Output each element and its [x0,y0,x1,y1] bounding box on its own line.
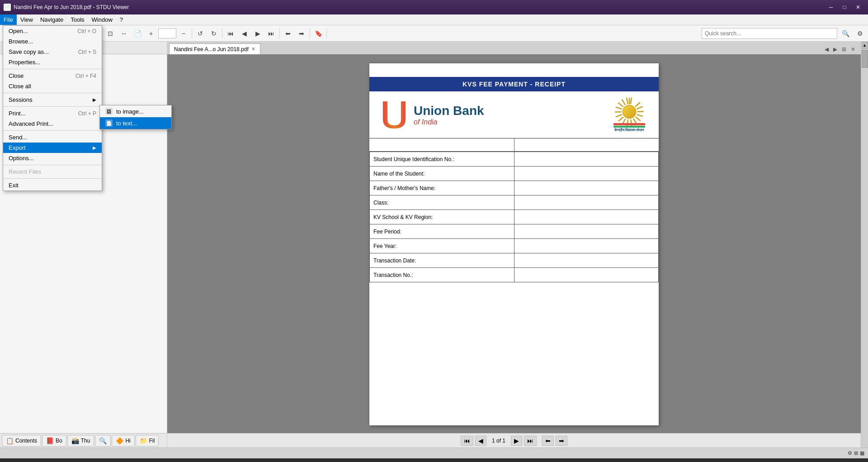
quick-search-input[interactable] [702,28,837,39]
content-tab-close[interactable]: ✕ [251,46,255,52]
tab-next-btn[interactable]: ▶ [831,45,839,53]
status-settings-icon[interactable]: ⚙ [848,450,852,456]
nav-first-btn[interactable]: ⏮ [461,436,473,446]
menu-sep-4 [3,130,102,131]
fil-icon: 📁 [140,437,147,444]
menu-export[interactable]: Export ▶ [3,143,102,153]
navigation-bar: ⏮ ◀ 1 of 1 ▶ ⏭ ⬅ ➡ [167,433,861,448]
nav-prev-btn[interactable]: ◀ [475,436,486,446]
hi-icon: 🔶 [116,437,123,444]
tab-grid-btn[interactable]: ⊞ [840,45,848,53]
tab-bo[interactable]: 📕 Bo [42,435,66,447]
menu-navigate[interactable]: Navigate [37,14,67,25]
svg-line-10 [619,116,623,122]
tab-controls: ◀ ▶ ⊞ ✕ [823,45,859,54]
menu-send[interactable]: Send... [3,132,102,143]
kvs-logo: केन्द्रीय विद्यालय संगठन [609,96,650,133]
svg-rect-20 [613,126,645,128]
maximize-button[interactable]: □ [838,3,851,12]
last-page-btn[interactable]: ⏭ [265,27,278,40]
tab-prev-btn[interactable]: ◀ [823,45,830,53]
tab-fil[interactable]: 📁 Fil [136,435,159,447]
menu-open[interactable]: Open... Ctrl + O [3,26,102,36]
minimize-button[interactable]: ─ [825,3,837,12]
bank-name: Union Bank [414,104,484,118]
tab-bo-label: Bo [56,438,62,444]
menu-file[interactable]: File [0,14,17,25]
pdf-empty-row [369,138,659,152]
menu-advanced-print[interactable]: Advanced Print... [3,119,102,129]
prev-page-btn[interactable]: ◀ [238,27,250,40]
close-button[interactable]: ✕ [852,3,864,12]
menu-sessions[interactable]: Sessions ▶ [3,95,102,105]
svg-line-4 [637,114,642,117]
first-page-btn[interactable]: ⏮ [224,27,237,40]
menu-close-all[interactable]: Close all [3,81,102,91]
zoom-page-btn[interactable]: 📄 [131,27,144,40]
table-label: KV School & KV Region: [370,210,514,224]
status-bar: ⚙ ⊞ ▦ [0,448,868,458]
quick-search-options-btn[interactable]: ⚙ [854,27,866,40]
tab-contents[interactable]: 📋 Contents [2,435,41,447]
zoom-minus-btn[interactable]: − [177,27,190,40]
forward-btn[interactable]: ➡ [295,27,308,40]
svg-line-13 [616,106,622,110]
status-grid-icon[interactable]: ⊞ [854,450,858,456]
back-btn[interactable]: ⬅ [282,27,294,40]
pdf-logo-row: Union Bank of India [369,91,659,138]
union-bank-logo: Union Bank of India [378,99,484,131]
table-row: KV School & KV Region: [370,210,659,224]
table-row: Name of the Student: [370,167,659,181]
table-value [514,195,659,210]
table-row: Father's / Mother's Name: [370,181,659,195]
next-page-btn[interactable]: ▶ [251,27,264,40]
nav-last-btn[interactable]: ⏭ [524,436,537,446]
nav-back-btn[interactable]: ⬅ [542,436,554,446]
rotate-left-btn[interactable]: ↺ [194,27,207,40]
menu-view[interactable]: View [17,14,37,25]
menu-tools[interactable]: Tools [67,14,88,25]
rotate-right-btn[interactable]: ↻ [208,27,220,40]
table-row: Student Unique Identification No.: [370,152,659,167]
table-label: Name of the Student: [370,167,514,181]
doc-view[interactable]: KVS FEE PAYMENT - RECEIPT [167,54,861,433]
menu-options[interactable]: Options... [3,153,102,163]
zoom-input[interactable]: 1:1 [158,29,176,38]
tab-search[interactable]: 🔍 [95,435,111,447]
nav-next-btn[interactable]: ▶ [511,436,522,446]
table-row: Transaction No.: [370,268,659,282]
content-tab-main[interactable]: Nandini Fee A...o Jun 2018.pdf ✕ [169,43,260,54]
menu-browse[interactable]: Browse... [3,36,102,47]
menu-properties[interactable]: Properties... [3,57,102,67]
export-to-image[interactable]: 🖼 to image... [100,105,171,117]
zoom-width-btn[interactable]: ↔ [118,27,130,40]
tab-thu[interactable]: 📸 Thu [67,435,94,447]
table-value [514,152,659,167]
file-menu: Open... Ctrl + O Browse... Save copy as.… [3,25,102,191]
svg-rect-19 [613,123,645,125]
toolbar: 📂 🗄 🔍 ⊡ ↔ 📄 + 1:1 − ↺ ↻ ⏮ ◀ ▶ ⏭ ⬅ ➡ 🔖 🔍 … [0,25,868,42]
menu-print[interactable]: Print... Ctrl + P [3,108,102,119]
status-view-icon[interactable]: ▦ [860,450,864,456]
menu-help[interactable]: ? [116,14,127,25]
zoom-fit-btn[interactable]: ⊡ [104,27,117,40]
main-area: Nandini Fee Apr to Jun 2018.pdf ✕ 📋 Cont… [0,42,868,448]
menu-exit[interactable]: Exit [3,180,102,191]
table-row: Fee Year: [370,239,659,253]
scrollbar[interactable]: ▲ [861,42,868,448]
nav-fwd-btn[interactable]: ➡ [556,436,567,446]
menu-save-copy[interactable]: Save copy as... Ctrl + S [3,47,102,57]
kvs-sun-icon: केन्द्रीय विद्यालय संगठन [609,96,650,132]
menu-close[interactable]: Close Ctrl + F4 [3,71,102,81]
quick-search-go-btn[interactable]: 🔍 [839,27,852,40]
table-label: Father's / Mother's Name: [370,181,514,195]
tab-close-all-btn[interactable]: ✕ [849,45,857,53]
zoom-plus-btn[interactable]: + [145,27,157,40]
bo-icon: 📕 [46,437,54,444]
menu-window[interactable]: Window [88,14,116,25]
contents-icon: 📋 [6,437,14,444]
tab-thu-label: Thu [81,438,90,444]
export-to-text[interactable]: 📄 to text... [100,117,171,129]
tab-hi[interactable]: 🔶 Hi [112,435,134,447]
bookmark-btn[interactable]: 🔖 [312,27,325,40]
